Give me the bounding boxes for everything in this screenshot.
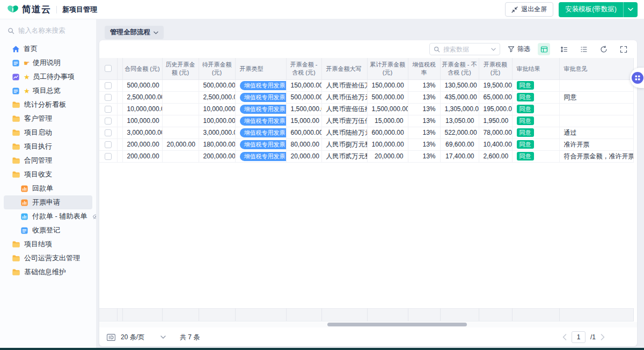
- sidebar-search-input[interactable]: [18, 27, 88, 34]
- column-header[interactable]: 开票类型: [235, 58, 286, 79]
- sidebar-item[interactable]: 项目执行: [4, 140, 92, 154]
- chevron-down-icon[interactable]: [491, 48, 496, 51]
- row-checkbox[interactable]: [105, 82, 112, 89]
- table-cell: 13%: [408, 115, 440, 127]
- sidebar-item[interactable]: 项目收支: [4, 167, 92, 181]
- row-checkbox[interactable]: [105, 118, 112, 125]
- row-checkbox[interactable]: [105, 153, 112, 160]
- bottom-strip: [0, 348, 644, 350]
- row-checkbox[interactable]: [105, 129, 112, 136]
- folder-icon: [12, 254, 20, 262]
- table-row[interactable]: 2,500,000.002,500,000.00增值税专用发票500,000.0…: [99, 91, 633, 103]
- sidebar-item[interactable]: 统计分析看板: [4, 98, 92, 112]
- page-size-select[interactable]: 20 条/页: [121, 333, 144, 342]
- table-row[interactable]: 3,000,000.003,000,000.00增值税专用发票600,000.0…: [99, 127, 633, 138]
- table-row[interactable]: 200,000.00200,000.00增值税专用发票20,000.00人民币贰…: [99, 150, 633, 162]
- sidebar-item[interactable]: 回款单: [4, 181, 92, 195]
- sidebar-item[interactable]: 付款单 - 辅助表单: [4, 209, 92, 223]
- display-fields-button[interactable]: [577, 43, 590, 55]
- table-cell: 人民币伍拾万元整: [321, 91, 367, 103]
- chevron-down-icon[interactable]: [160, 336, 166, 339]
- table-cell: 增值税专用发票: [235, 79, 286, 91]
- sidebar-item[interactable]: 收票登记: [4, 223, 92, 237]
- column-header[interactable]: 开票金额 - 不含税 (元): [440, 58, 479, 79]
- row-checkbox-cell: [99, 91, 117, 103]
- install-template-label[interactable]: 安装模板(带数据): [559, 2, 623, 17]
- table-cell: [559, 103, 633, 115]
- sidebar-item[interactable]: ★员工待办事项: [4, 70, 92, 84]
- table-row[interactable]: 100,000.00100,000.00增值税专用发票15,000.00人民币壹…: [99, 115, 633, 127]
- column-header[interactable]: 合同金额 (元): [122, 58, 162, 79]
- sidebar-item[interactable]: 客户管理: [4, 112, 92, 126]
- id-column-icon[interactable]: [107, 334, 115, 341]
- install-template-caret[interactable]: [624, 2, 638, 17]
- app-logo[interactable]: 简道云: [6, 3, 51, 16]
- refresh-icon: [600, 46, 608, 53]
- page-input[interactable]: 1: [572, 331, 586, 343]
- form-doc-blue-icon: [12, 87, 20, 95]
- column-header[interactable]: 审批意见: [559, 58, 633, 79]
- table-cell: 1,305,000.00: [440, 103, 479, 115]
- row-checkbox[interactable]: [105, 94, 112, 101]
- table-search-input[interactable]: [443, 46, 486, 53]
- summary-cell: [199, 309, 235, 322]
- column-header[interactable]: 历史开票金额 (元): [162, 58, 199, 79]
- page-controls: 1 /1: [562, 331, 605, 343]
- prev-page-button[interactable]: [562, 334, 567, 340]
- table-cell: 15,000.00: [286, 115, 321, 127]
- table-cell: 10,400.00: [479, 138, 512, 150]
- column-header[interactable]: 开票税额 (元): [479, 58, 512, 79]
- select-all-checkbox[interactable]: [105, 65, 112, 72]
- summary-cell: [559, 309, 633, 322]
- column-header[interactable]: 开票金额大写: [321, 58, 367, 79]
- sidebar-item[interactable]: ★项目总览: [4, 84, 92, 98]
- scrollbar-thumb[interactable]: [327, 323, 467, 326]
- folder-icon: [12, 142, 20, 151]
- column-header[interactable]: 待开票金额 (元): [199, 58, 235, 79]
- fullscreen-button[interactable]: [617, 43, 630, 55]
- column-header[interactable]: 累计开票金额 (元): [367, 58, 408, 79]
- table-cell: 200,000.00: [122, 150, 162, 162]
- folder-icon: [12, 128, 20, 137]
- column-header[interactable]: 开票金额 - 含税 (元): [286, 58, 321, 79]
- row-checkbox[interactable]: [105, 141, 112, 148]
- select-all-checkbox-cell: [99, 58, 117, 79]
- summary-cell: [512, 309, 559, 322]
- table-row[interactable]: 500,000.00500,000.00增值税专用发票150,000.00人民币…: [99, 79, 633, 91]
- sidebar-item[interactable]: 合同管理: [4, 154, 92, 167]
- filter-button[interactable]: 筛选: [508, 45, 530, 54]
- exit-fullscreen-button[interactable]: 退出全屏: [505, 2, 553, 17]
- table-row[interactable]: 10,000,000.0010,000,000.00增值税专用发票1,500,0…: [99, 103, 633, 115]
- sidebar-item[interactable]: 基础信息维护: [4, 265, 92, 279]
- table-cell: 600,000.00: [286, 127, 321, 138]
- table-search[interactable]: [429, 43, 500, 55]
- row-height-button[interactable]: [558, 43, 570, 55]
- form-doc-blue-icon: [20, 227, 28, 235]
- sidebar-search[interactable]: [4, 24, 92, 38]
- sidebar-item-label: 项目结项: [24, 239, 52, 249]
- sidebar-item[interactable]: 开票申请: [4, 195, 92, 209]
- column-header[interactable]: 审批结果: [512, 58, 559, 79]
- sidebar-item-label: 项目执行: [24, 142, 52, 151]
- sidebar-item[interactable]: ☛使用说明: [4, 56, 92, 70]
- refresh-button[interactable]: [597, 43, 610, 55]
- table-cell: 500,000.00: [122, 79, 162, 91]
- row-checkbox[interactable]: [105, 106, 112, 113]
- sidebar-item[interactable]: 公司运营支出管理: [4, 251, 92, 265]
- view-style-button[interactable]: [538, 43, 550, 55]
- sidebar-item[interactable]: 项目启动: [4, 126, 92, 140]
- sidebar-item[interactable]: 首页: [4, 42, 92, 56]
- table-cell: 1,500,000.00: [286, 103, 321, 115]
- pointer-icon: ☛: [24, 60, 30, 67]
- star-icon: ★: [24, 88, 30, 94]
- horizontal-scrollbar[interactable]: [99, 322, 637, 327]
- next-page-button[interactable]: [601, 334, 605, 340]
- table-cell: 通过: [559, 127, 633, 138]
- sidebar-item-label: 使用说明: [33, 58, 61, 68]
- install-template-button[interactable]: 安装模板(带数据): [559, 2, 638, 17]
- folder-icon: [12, 268, 20, 276]
- column-header[interactable]: 增值税税率: [408, 58, 440, 79]
- table-row[interactable]: 200,000.0020,000.00180,000.00增值税专用发票80,0…: [99, 138, 633, 150]
- sidebar-item[interactable]: 项目结项: [4, 237, 92, 251]
- process-dropdown[interactable]: 管理全部流程: [105, 26, 164, 39]
